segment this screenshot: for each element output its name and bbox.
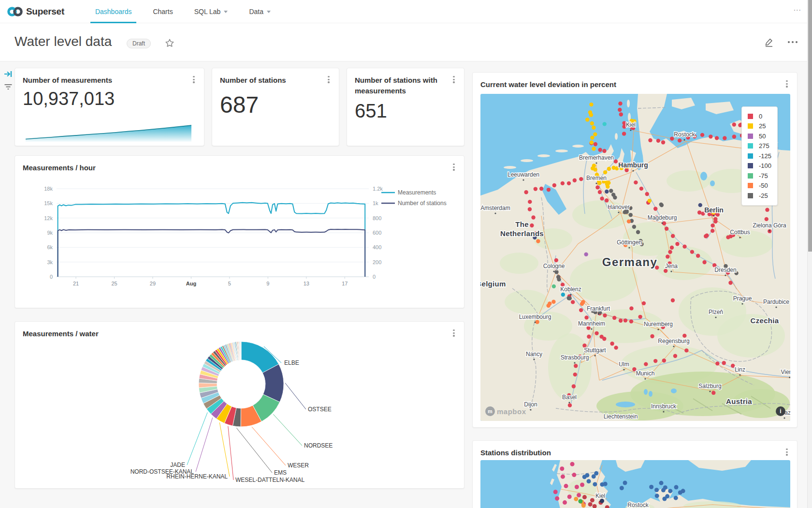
svg-text:ELBE: ELBE — [284, 359, 299, 366]
legend-swatch — [748, 114, 753, 119]
card-title: Stations distribution — [480, 448, 778, 458]
svg-text:Munich: Munich — [636, 370, 655, 377]
legend-swatch — [748, 143, 753, 149]
measurements-per-hour-card: Measurements / hour 003k2006k4009k60012k… — [14, 155, 464, 308]
svg-text:6k: 6k — [47, 244, 53, 250]
svg-text:Stuttgart: Stuttgart — [584, 347, 606, 354]
svg-text:Salzburg: Salzburg — [698, 383, 721, 389]
legend-label: -125 — [759, 152, 771, 160]
svg-text:Belgium: Belgium — [480, 280, 506, 288]
nav-item-sql-lab[interactable]: SQL Lab — [184, 0, 239, 23]
svg-text:Plzeň: Plzeň — [709, 309, 723, 315]
card-title: Measurements / water — [23, 329, 445, 339]
page-scrollbar — [807, 0, 812, 508]
legend-swatch — [748, 134, 753, 139]
svg-text:Pardubice: Pardubice — [763, 299, 789, 305]
chevron-down-icon — [267, 11, 271, 13]
svg-text:Innsbruck: Innsbruck — [651, 403, 677, 410]
svg-text:The: The — [515, 220, 529, 228]
more-ellipsis-icon[interactable] — [787, 37, 798, 47]
mapbox-logo-icon: m — [485, 406, 495, 416]
card-title: Current water level deviation in percent — [480, 79, 778, 90]
svg-text:Hamburg: Hamburg — [618, 161, 648, 169]
svg-text:Rostock: Rostock — [674, 131, 695, 138]
nav-item-dashboards[interactable]: Dashboards — [85, 0, 143, 23]
card-menu-kebab-icon[interactable] — [190, 75, 197, 84]
svg-text:Hanover: Hanover — [608, 204, 629, 210]
svg-text:JADE: JADE — [170, 462, 185, 468]
svg-text:400: 400 — [373, 244, 381, 250]
svg-text:NORDSEE: NORDSEE — [304, 442, 333, 449]
svg-text:29: 29 — [150, 281, 156, 286]
legend-swatch — [748, 123, 753, 129]
superset-logo[interactable]: Superset — [7, 6, 64, 17]
card-menu-kebab-icon[interactable] — [783, 448, 790, 456]
map-legend-row: 25 — [748, 121, 771, 132]
infinity-logo-icon — [7, 6, 23, 17]
card-menu-kebab-icon[interactable] — [450, 75, 457, 84]
deviation-map[interactable]: LeeuwardenAmsterdamBremerhavenKielHambur… — [480, 94, 790, 421]
svg-text:800: 800 — [373, 215, 381, 221]
legend-label: 25 — [759, 122, 766, 130]
svg-text:EMS: EMS — [274, 469, 287, 476]
svg-text:0: 0 — [373, 274, 376, 280]
favorite-star-icon[interactable] — [164, 38, 175, 48]
dashboard-header: Water level data Draft — [0, 23, 812, 61]
svg-text:5: 5 — [228, 281, 231, 286]
kpi-card-stations: Number of stations 687 — [212, 68, 339, 146]
mapbox-attribution: m mapbox — [485, 406, 526, 416]
svg-text:Liechtenstein: Liechtenstein — [604, 413, 638, 420]
kpi-value: 10,937,013 — [23, 89, 115, 109]
kpi-card-measurements: Number of measurements 10,937,013 — [14, 68, 204, 146]
svg-text:15k: 15k — [44, 200, 53, 206]
svg-text:Luxembourg: Luxembourg — [519, 314, 551, 320]
svg-text:Berlin: Berlin — [704, 206, 724, 214]
legend-label: -75 — [759, 172, 768, 179]
nav-overflow-icon[interactable]: ... — [794, 4, 801, 13]
expand-filter-panel-icon[interactable] — [3, 69, 13, 79]
svg-text:Prague: Prague — [733, 295, 752, 302]
line-chart[interactable]: 003k2006k4009k60012k80015k1k18k1.2k21252… — [23, 176, 457, 303]
nav-menu: Dashboards Charts SQL Lab Data — [85, 0, 281, 23]
svg-text:17: 17 — [342, 281, 348, 286]
nav-item-label: SQL Lab — [194, 8, 221, 15]
legend-label: -25 — [759, 192, 768, 199]
filter-list-icon[interactable] — [3, 82, 13, 92]
card-title: Number of stations — [220, 75, 319, 86]
nav-item-charts[interactable]: Charts — [142, 0, 183, 23]
map-legend-row: 275 — [748, 141, 771, 151]
legend-swatch — [748, 173, 753, 179]
edit-pencil-icon[interactable] — [764, 37, 774, 47]
map-legend-row: 0 — [748, 111, 771, 121]
svg-text:18k: 18k — [44, 186, 53, 192]
kpi-sparkline-chart[interactable] — [23, 120, 197, 143]
card-menu-kebab-icon[interactable] — [450, 163, 457, 171]
mapbox-wordmark: mapbox — [497, 407, 526, 416]
svg-text:Basel: Basel — [562, 394, 577, 401]
map-info-icon[interactable]: i — [776, 406, 785, 416]
nav-item-data[interactable]: Data — [238, 0, 281, 23]
scrollbar-thumb[interactable] — [808, 0, 812, 252]
svg-text:NORD-OSTSEE-KANAL: NORD-OSTSEE-KANAL — [130, 468, 194, 475]
card-menu-kebab-icon[interactable] — [450, 329, 457, 337]
svg-text:Rostock: Rostock — [627, 502, 649, 508]
card-title: Number of stations with measurements — [355, 75, 445, 96]
card-menu-kebab-icon[interactable] — [783, 79, 790, 88]
svg-text:OSTSEE: OSTSEE — [308, 406, 332, 413]
map-legend-row: -75 — [748, 171, 771, 181]
legend-label: -50 — [759, 182, 768, 189]
donut-chart[interactable]: ELBEOSTSEENORDSEEWESEREMSWESEL-DATTELN-K… — [23, 341, 457, 486]
kpi-card-stations-with-measurements: Number of stations with measurements 651 — [347, 68, 464, 146]
svg-text:Nuremberg: Nuremberg — [644, 321, 673, 328]
svg-text:25: 25 — [111, 281, 117, 286]
kpi-value: 687 — [220, 91, 259, 118]
svg-text:Vienna: Vienna — [781, 369, 790, 375]
stations-map[interactable]: KielRostock — [480, 460, 790, 508]
legend-label: 50 — [759, 133, 766, 140]
svg-text:200: 200 — [373, 259, 381, 265]
svg-text:Kiel: Kiel — [626, 121, 636, 128]
superset-dashboard: Superset Dashboards Charts SQL Lab Data … — [0, 0, 812, 508]
card-menu-kebab-icon[interactable] — [325, 75, 332, 84]
map-canvas[interactable]: KielRostock — [480, 460, 790, 508]
svg-text:Amsterdam: Amsterdam — [480, 205, 510, 211]
